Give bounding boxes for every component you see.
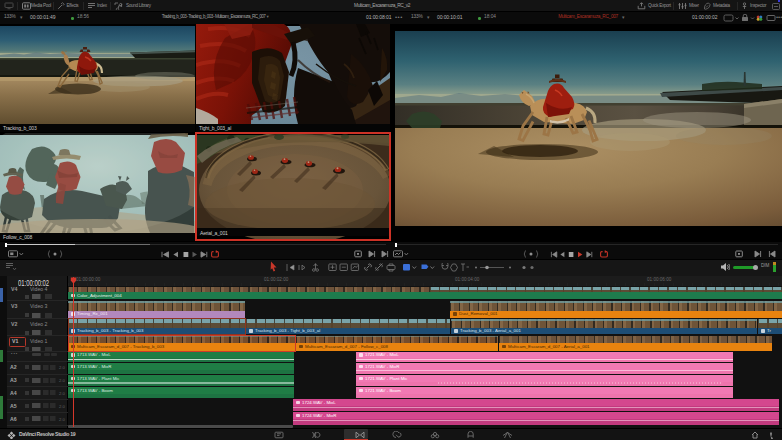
svg-text:Tight_b_003_al: Tight_b_003_al	[199, 125, 231, 131]
svg-text:Follow_c_008: Follow_c_008	[3, 234, 32, 240]
svg-text:Aerial_a_001: Aerial_a_001	[200, 230, 228, 236]
svg-text:Tracking_b_003: Tracking_b_003	[3, 125, 37, 131]
